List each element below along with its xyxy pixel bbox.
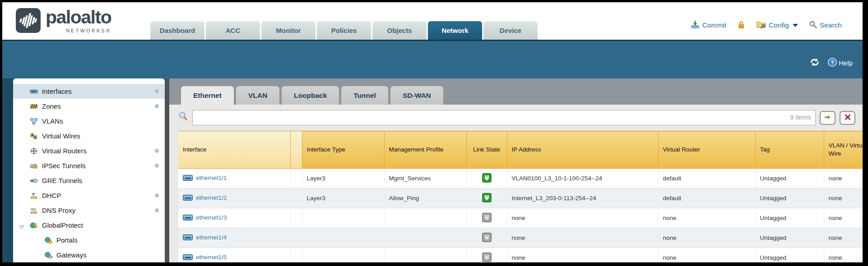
sort-column-spacer <box>290 248 302 263</box>
nav-tab-acc[interactable]: ACC <box>206 21 260 40</box>
sidebar-item-gre-tunnels[interactable]: GRE Tunnels <box>13 173 165 188</box>
sidebar-item-globalprotect[interactable]: GlobalProtect <box>13 218 165 233</box>
tag-cell: Untagged <box>755 248 824 263</box>
screenshot-frame: paloalto NETWORKS® DashboardACCMonitorPo… <box>0 0 868 266</box>
sidebar-item-interfaces[interactable]: Interfaces <box>13 84 165 99</box>
column-header-vlan-virtual-wire[interactable]: VLAN / Virtual Wire <box>824 131 863 169</box>
zones-icon <box>29 103 38 110</box>
sidebar-item-portals[interactable]: Portals <box>13 233 165 248</box>
link-up-icon <box>482 177 492 184</box>
tab-ethernet[interactable]: Ethernet <box>181 86 234 105</box>
vlans-icon <box>29 118 38 125</box>
interface-type-cell: Layer3 <box>302 188 384 208</box>
column-header-link-state[interactable]: Link State <box>466 131 507 169</box>
virtual-router-cell: default <box>658 169 755 188</box>
table-row[interactable]: ethernet1/1Layer3Mgmt_ServicesVLAN0100_L… <box>178 169 863 188</box>
sidebar-item-label: Gateways <box>56 251 87 259</box>
sidebar-item-dhcp[interactable]: IPDHCP <box>13 188 165 203</box>
ethernet-icon <box>183 215 193 222</box>
sidebar-item-label: VLANs <box>42 117 63 125</box>
secondary-bar: ? Help <box>2 41 863 78</box>
interface-link[interactable]: ethernet1/4 <box>196 234 227 241</box>
tab-vlan[interactable]: VLAN <box>236 86 279 105</box>
main-nav-tabs: DashboardACCMonitorPoliciesObjectsNetwor… <box>150 21 538 40</box>
refresh-icon[interactable] <box>809 57 820 69</box>
svg-text:?: ? <box>831 59 834 66</box>
search-icon <box>809 20 817 31</box>
nav-tab-objects[interactable]: Objects <box>372 21 427 40</box>
sidebar-item-zones[interactable]: Zones <box>13 99 165 114</box>
apply-filter-button[interactable] <box>820 111 836 125</box>
ip-address-cell: VLAN0100_L3_10-1-100-254--24 <box>507 169 658 188</box>
filter-input[interactable] <box>192 110 816 125</box>
interface-type-cell: Layer3 <box>302 169 384 188</box>
status-dot <box>155 149 159 153</box>
vlan-wire-cell: none <box>824 188 863 208</box>
portals-icon <box>44 237 53 244</box>
secondary-bar-actions: ? Help <box>809 57 853 69</box>
table-row[interactable]: ethernet1/3nonenoneUntaggednone <box>178 208 863 228</box>
sidebar-item-vlans[interactable]: VLANs <box>13 114 165 128</box>
link-state-cell <box>466 188 507 208</box>
nav-tab-monitor[interactable]: Monitor <box>261 21 316 40</box>
interface-link[interactable]: ethernet1/5 <box>196 254 227 261</box>
sidebar-scrollbar[interactable] <box>165 78 169 262</box>
nav-tab-dashboard[interactable]: Dashboard <box>150 21 204 40</box>
sidebar-item-dns-proxy[interactable]: DNSDNS Proxy <box>13 203 165 218</box>
sidebar-item-virtual-routers[interactable]: Virtual Routers <box>13 143 165 158</box>
interface-cell: ethernet1/1 <box>178 169 290 188</box>
tag-cell: Untagged <box>755 169 824 188</box>
virtual-router-cell: none <box>658 208 755 228</box>
paloalto-logo: paloalto NETWORKS® <box>16 8 111 33</box>
commit-button[interactable]: Commit <box>690 20 726 31</box>
management-profile-cell <box>384 208 466 228</box>
column-header-tag[interactable]: Tag <box>755 131 824 169</box>
sidebar-item-label: Zones <box>42 102 61 110</box>
sort-column-spacer <box>290 208 302 228</box>
link-state-cell <box>466 248 507 263</box>
interface-link[interactable]: ethernet1/1 <box>196 174 227 181</box>
close-x-icon <box>845 114 851 122</box>
sort-column-spacer <box>290 228 302 248</box>
management-profile-cell <box>384 248 466 263</box>
interface-link[interactable]: ethernet1/3 <box>196 214 227 221</box>
table-row[interactable]: ethernet1/5nonenoneUntaggednone <box>178 248 863 263</box>
config-menu-button[interactable]: Config <box>756 20 798 31</box>
column-header-virtual-router[interactable]: Virtual Router <box>658 131 755 169</box>
tag-cell: Untagged <box>755 208 824 228</box>
sidebar-item-label: GlobalProtect <box>42 221 83 229</box>
sidebar-item-gateways[interactable]: Gateways <box>13 248 165 262</box>
sort-dropdown-button[interactable] <box>290 131 302 169</box>
clear-filter-button[interactable] <box>840 111 855 125</box>
search-button[interactable]: Search <box>809 20 842 31</box>
help-button[interactable]: ? Help <box>827 57 853 69</box>
column-header-interface[interactable]: Interface <box>178 131 290 169</box>
table-row[interactable]: ethernet1/2Layer3Allow_PingInternet_L3_2… <box>178 188 863 208</box>
column-header-management-profile[interactable]: Management Profile <box>384 131 466 169</box>
tab-tunnel[interactable]: Tunnel <box>341 86 388 105</box>
management-profile-cell <box>384 228 466 248</box>
lock-icon[interactable] <box>737 20 745 31</box>
nav-tab-policies[interactable]: Policies <box>317 21 371 40</box>
virtual-router-cell: default <box>658 188 755 208</box>
link-state-cell <box>466 169 507 188</box>
sidebar-item-virtual-wires[interactable]: Virtual Wires <box>13 128 165 143</box>
interfaces-table: InterfaceInterface TypeManagement Profil… <box>178 131 863 262</box>
nav-tab-network[interactable]: Network <box>428 21 482 40</box>
ip-address-cell: none <box>507 208 658 228</box>
sidebar-item-ipsec-tunnels[interactable]: IPSec Tunnels <box>13 158 165 173</box>
virtual-router-cell: none <box>658 248 755 263</box>
interface-cell: ethernet1/2 <box>178 188 290 208</box>
interface-link[interactable]: ethernet1/2 <box>196 194 227 201</box>
nav-tab-device[interactable]: Device <box>483 21 538 40</box>
interface-type-cell <box>302 248 384 263</box>
ip-address-cell: none <box>507 228 658 248</box>
column-header-interface-type[interactable]: Interface Type <box>302 131 384 169</box>
expander-icon[interactable] <box>19 223 24 231</box>
config-label: Config <box>769 21 789 29</box>
app-window: paloalto NETWORKS® DashboardACCMonitorPo… <box>2 2 863 262</box>
tab-sd-wan[interactable]: SD-WAN <box>390 86 443 105</box>
column-header-ip-address[interactable]: IP Address <box>507 131 658 169</box>
table-row[interactable]: ethernet1/4nonenoneUntaggednone <box>178 228 863 248</box>
tab-loopback[interactable]: Loopback <box>282 86 339 105</box>
